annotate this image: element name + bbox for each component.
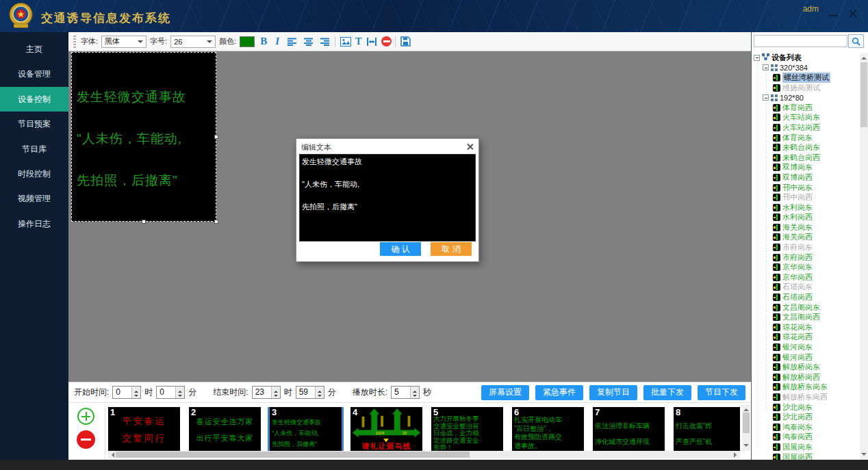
sidebar-item-program-lib[interactable]: 节目库 (0, 137, 68, 161)
sidebar-item-device-control[interactable]: 设备控制 (0, 87, 68, 112)
italic-button[interactable]: I (272, 36, 282, 47)
start-minute-stepper[interactable]: 0 (156, 386, 185, 399)
spin-down-icon[interactable] (176, 393, 184, 399)
tree-device-item[interactable]: 海关岗西 (753, 233, 859, 243)
screen-settings-button[interactable]: 屏幕设置 (481, 385, 529, 400)
tree-device-item[interactable]: 螺丝湾桥测试 (753, 73, 859, 83)
spin-up-icon[interactable] (176, 387, 184, 393)
tree-device-item[interactable]: 琼花岗东 (753, 322, 859, 332)
tree-device-item[interactable]: 国展岗东 (753, 442, 859, 452)
spin-up-icon[interactable] (272, 387, 280, 393)
tree-group-320*384[interactable]: 320*384 (753, 63, 859, 73)
tree-device-item[interactable]: 体育岗东 (753, 133, 859, 143)
stop-forbid-icon[interactable] (381, 36, 392, 47)
tree-device-item[interactable]: 解放桥岗西 (753, 372, 859, 382)
resize-handle[interactable] (214, 220, 218, 224)
align-center-icon[interactable] (302, 35, 315, 48)
emergency-event-button[interactable]: 紧急事件 (535, 385, 583, 400)
text-tool-icon[interactable]: T (355, 36, 361, 47)
tree-device-item[interactable]: 体育岗西 (753, 103, 859, 113)
align-right-icon[interactable] (318, 35, 331, 48)
program-send-button[interactable]: 节目下发 (698, 385, 745, 400)
tree-device-item[interactable]: 火车站岗东 (753, 113, 859, 123)
tree-device-item[interactable]: 维扬岗测试 (753, 83, 859, 93)
tree-device-item[interactable]: 双博岗东 (753, 163, 859, 173)
tree-device-item[interactable]: 沙北岗东 (753, 402, 859, 413)
sidebar-item-op-log[interactable]: 操作日志 (0, 211, 68, 236)
tree-group-192*80[interactable]: 192*80 (753, 92, 859, 103)
tree-device-item[interactable]: 邗中岗东 (753, 183, 859, 193)
resize-handle[interactable] (214, 135, 218, 139)
tree-device-item[interactable]: 来鹤台岗东 (753, 142, 859, 153)
editor-canvas[interactable]: 发生轻微交通事故"人未伤，车能动,先拍照，后撤离" 编辑文本 发生轻微交通事故 … (68, 51, 751, 382)
remove-program-button[interactable] (77, 430, 95, 449)
led-preview[interactable]: 发生轻微交通事故"人未伤，车能动,先拍照，后撤离" (71, 52, 216, 222)
spin-up-icon[interactable] (411, 387, 419, 393)
color-swatch[interactable] (240, 36, 255, 47)
sidebar-item-home[interactable]: 主页 (0, 37, 68, 62)
edit-text-area[interactable]: 发生轻微交通事故 "人未伤，车能动, 先拍照，后撤离" (299, 154, 476, 241)
tree-device-item[interactable]: 国展岗西 (753, 452, 859, 460)
spin-up-icon[interactable] (316, 387, 324, 393)
vertical-scrollbar[interactable] (742, 404, 750, 451)
scroll-left-icon[interactable] (109, 452, 114, 458)
sidebar-item-device-mgmt[interactable]: 设备管理 (0, 62, 68, 86)
tree-device-item[interactable]: 解放桥东岗西 (753, 392, 859, 402)
program-thumb-3[interactable]: 3发生轻微交通事故"人未伤，车能动,先拍照，后撤离" (270, 407, 342, 452)
dialog-close-icon[interactable] (466, 143, 474, 151)
tree-device-item[interactable]: 解放桥岗东 (753, 362, 859, 372)
sidebar-item-program-plan[interactable]: 节目预案 (0, 112, 68, 136)
collapse-icon[interactable] (754, 55, 760, 61)
tree-device-item[interactable]: 市府岗西 (753, 252, 859, 263)
tree-device-item[interactable]: 京华岗西 (753, 272, 859, 283)
tree-device-item[interactable]: 文昌阁岗东 (753, 302, 859, 313)
tree-scrollbar[interactable] (860, 53, 868, 460)
batch-send-button[interactable]: 批量下发 (643, 385, 691, 400)
horizontal-scrollbar[interactable] (108, 451, 740, 458)
scrollbar-thumb[interactable] (743, 413, 750, 433)
end-hour-stepper[interactable]: 23 (252, 386, 281, 399)
scroll-right-icon[interactable] (734, 452, 739, 458)
spin-down-icon[interactable] (132, 393, 140, 399)
tree-device-item[interactable]: 京华岗东 (753, 262, 859, 272)
font-select[interactable]: 黑体 (101, 36, 146, 48)
insert-image-icon[interactable] (339, 35, 352, 48)
start-hour-stepper[interactable]: 0 (112, 386, 141, 399)
tree-device-item[interactable]: 海关岗东 (753, 222, 859, 233)
tree-device-item[interactable]: 解放桥东岗东 (753, 382, 859, 393)
spin-down-icon[interactable] (316, 393, 324, 399)
bold-button[interactable]: B (258, 36, 269, 47)
user-name[interactable]: adm (803, 4, 819, 14)
tree-device-item[interactable]: 石塔岗西 (753, 292, 859, 302)
spin-down-icon[interactable] (272, 393, 280, 399)
tree-device-item[interactable]: 水利岗西 (753, 213, 859, 223)
sidebar-item-time-control[interactable]: 时段控制 (0, 161, 68, 186)
program-thumb-6[interactable]: 6扎实开展电动车“百日整治”，有效预防道路交通事故。 (512, 407, 584, 452)
tree-device-item[interactable]: 石塔岗东 (753, 283, 859, 293)
tree-device-item[interactable]: 沙北岗西 (753, 412, 859, 422)
scroll-up-icon[interactable] (743, 406, 749, 411)
scroll-down-icon[interactable] (743, 444, 749, 449)
spin-up-icon[interactable] (132, 387, 140, 393)
confirm-button[interactable]: 确 认 (380, 242, 421, 256)
scrollbar-thumb[interactable] (860, 62, 867, 127)
minimize-icon[interactable] (828, 9, 839, 20)
scrollbar-thumb[interactable] (116, 452, 470, 458)
cancel-button[interactable]: 取 消 (431, 242, 472, 256)
tree-device-item[interactable]: 邗中岗西 (753, 192, 859, 203)
toolbar-drag-handle[interactable] (73, 36, 76, 48)
tree-device-item[interactable]: 火车站岗西 (753, 122, 859, 133)
program-thumb-2[interactable]: 2春运安全连万家出行平安靠大家 (189, 407, 261, 452)
close-icon[interactable] (847, 8, 858, 19)
program-thumb-4[interactable]: 4102430请礼让斑马线 (350, 407, 422, 452)
copy-program-button[interactable]: 复制节目 (589, 385, 637, 400)
tree-device-item[interactable]: 水利岗东 (753, 203, 859, 213)
tree-device-item[interactable]: 鸿泰岗东 (753, 422, 859, 432)
font-size-select[interactable]: 26 (170, 36, 216, 48)
program-thumb-5[interactable]: 5大力开展秋冬季交通安全整治百日会战，全力稳定道路交通安全形势！ (431, 407, 503, 452)
resize-handle[interactable] (142, 220, 146, 224)
device-search-input[interactable] (754, 35, 847, 47)
tree-device-item[interactable]: 双博岗西 (753, 172, 859, 183)
search-button[interactable] (848, 34, 864, 48)
spin-down-icon[interactable] (411, 393, 419, 399)
